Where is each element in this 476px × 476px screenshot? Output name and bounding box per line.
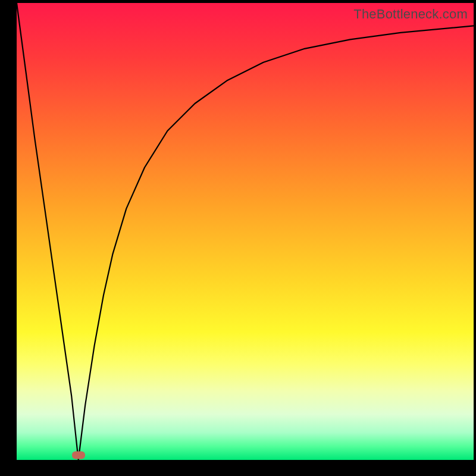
chart-container: TheBottleneck.com — [0, 0, 476, 476]
plot-area: TheBottleneck.com — [17, 3, 474, 460]
optimal-point-marker — [72, 452, 85, 459]
bottleneck-curve — [17, 3, 474, 460]
